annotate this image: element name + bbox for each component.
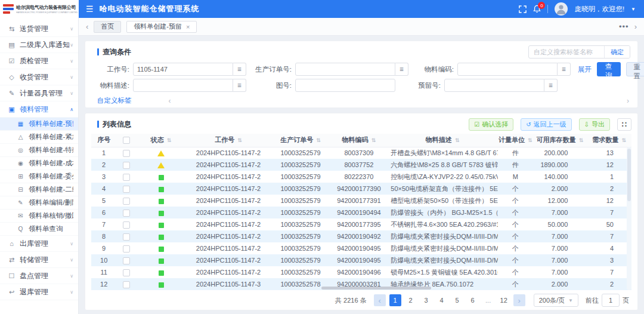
sidebar-item-sub[interactable]: △领料单创建-紧急 — [0, 131, 78, 144]
tab-close-icon[interactable]: × — [186, 23, 190, 30]
field-tag-icon[interactable]: ≣ — [544, 79, 558, 92]
search-button[interactable]: 查询 — [597, 62, 621, 76]
column-header[interactable]: 状态 ⇅ — [136, 134, 187, 147]
table-row[interactable]: 112024HPC1105-1147-210003252579942000190… — [91, 266, 631, 278]
vertical-scrollbar[interactable] — [627, 147, 631, 290]
sort-icon[interactable]: ⇅ — [371, 137, 376, 143]
table-row[interactable]: 42024HPC1105-1147-2100032525799420001773… — [91, 183, 631, 195]
sidebar-item-sub[interactable]: ◎领料单创建-特殊项目 — [0, 144, 78, 157]
custom-tag-name-input[interactable] — [529, 48, 604, 56]
sidebar-item-group[interactable]: ☐盘点管理∨ — [0, 268, 78, 284]
sidebar-item-sub[interactable]: Q领料单查询 — [0, 223, 78, 236]
vertical-scrollbar-thumb[interactable] — [627, 149, 631, 201]
sidebar-item-sub[interactable]: ◉领料单创建-成本中心 — [0, 157, 78, 170]
table-row[interactable]: 92024HPC1105-1147-2100032525799420001904… — [91, 242, 631, 254]
page-button[interactable]: 5 — [451, 294, 463, 306]
sort-icon[interactable]: ⇅ — [528, 137, 532, 143]
table-row[interactable]: 22024HPC1105-1147-21000325257980037752六角… — [91, 159, 631, 171]
sort-icon[interactable]: ⇅ — [579, 137, 584, 143]
sort-icon[interactable]: ⇅ — [621, 137, 626, 143]
row-checkbox[interactable] — [123, 257, 130, 264]
row-checkbox[interactable] — [123, 233, 130, 241]
field-tag-icon[interactable]: ≣ — [233, 63, 246, 76]
tabs-scroll-right-icon[interactable]: › — [634, 22, 637, 31]
reset-button[interactable]: 重置 — [626, 62, 644, 76]
column-header[interactable]: 工作号 ⇅ — [186, 134, 270, 147]
user-menu-caret-icon[interactable]: ▼ — [631, 7, 636, 12]
confirm-tag-button[interactable]: 确定 — [604, 46, 630, 58]
column-header[interactable]: 计量单位 ⇅ — [498, 134, 533, 147]
material-desc-input[interactable] — [133, 79, 233, 92]
tags-scroll-left-icon[interactable]: ‹ — [169, 97, 171, 105]
table-row[interactable]: 82024HPC1105-1147-2100032525799420001904… — [91, 230, 631, 242]
sidebar-item-group[interactable]: ▤二级库入库通知单∨ — [0, 37, 78, 53]
export-button[interactable]: ⇩导出 — [579, 118, 610, 131]
reserve-no-input[interactable] — [444, 79, 544, 92]
row-checkbox[interactable] — [123, 162, 130, 169]
confirm-select-button[interactable]: ☑确认选择 — [469, 118, 513, 131]
tab-active[interactable]: 领料单创建-预留 × — [126, 21, 197, 33]
custom-tag-link[interactable]: 自定义标签 — [97, 96, 132, 105]
page-button[interactable]: 12 — [498, 294, 510, 306]
page-button[interactable]: 1 — [389, 294, 401, 306]
next-page-button[interactable]: › — [513, 294, 525, 306]
pagination-ellipsis[interactable]: ... — [482, 294, 494, 306]
tags-scroll-right-icon[interactable]: › — [627, 97, 629, 105]
row-checkbox[interactable] — [123, 174, 130, 181]
sidebar-item-group[interactable]: ⇆送货管理∨ — [0, 21, 78, 37]
row-checkbox[interactable] — [123, 210, 130, 217]
goto-page-input[interactable] — [602, 294, 620, 307]
table-row[interactable]: 102024HPC1105-1147-210003252579942000190… — [91, 254, 631, 266]
row-checkbox[interactable] — [123, 198, 130, 205]
field-tag-icon[interactable]: ≣ — [233, 79, 246, 92]
column-settings-button[interactable]: ∷ — [617, 118, 631, 131]
row-checkbox[interactable] — [123, 150, 130, 157]
row-checkbox[interactable] — [123, 221, 130, 229]
sidebar-item-group[interactable]: ⇄转储管理∨ — [0, 252, 78, 268]
back-button[interactable]: ↺返回上一级 — [521, 118, 571, 131]
sidebar-item-sub[interactable]: ✉领料单核销/撤回 — [0, 210, 78, 223]
row-checkbox[interactable] — [123, 281, 130, 288]
table-row[interactable]: 72024HPC1105-1147-2100032525799420001773… — [91, 218, 631, 230]
sidebar-item-group[interactable]: ↩退库管理∨ — [0, 284, 78, 300]
table-row[interactable]: 62024HPC1105-1147-2100032525799420001904… — [91, 207, 631, 218]
field-tag-icon[interactable]: ≣ — [558, 63, 571, 76]
sort-icon[interactable]: ⇅ — [455, 137, 460, 143]
sidebar-item-group[interactable]: ▣领料管理∧ — [0, 101, 78, 118]
field-tag-icon[interactable]: ≣ — [395, 63, 408, 76]
sidebar-item-sub[interactable]: ⊞领料单创建-委外组件 — [0, 170, 78, 183]
avatar[interactable] — [555, 2, 568, 16]
sidebar-item-group[interactable]: ✎计量器具管理∨ — [0, 85, 78, 101]
sidebar-item-group[interactable]: ⌂出库管理∨ — [0, 236, 78, 252]
row-checkbox[interactable] — [123, 186, 130, 193]
drawing-no-input[interactable] — [295, 79, 395, 92]
sort-icon[interactable]: ⇅ — [316, 137, 321, 143]
table-row[interactable]: 12024HPC1105-1147-21000325257980037309开槽… — [91, 147, 631, 159]
tabs-scroll-left-icon[interactable]: ‹ — [86, 22, 88, 31]
tabs-more-icon[interactable]: ••• — [619, 22, 629, 31]
production-order-input[interactable] — [295, 63, 395, 76]
column-header[interactable]: 物料描述 ⇅ — [387, 134, 498, 147]
work-no-input[interactable] — [133, 63, 233, 76]
material-code-input[interactable] — [457, 63, 558, 76]
page-button[interactable]: 4 — [436, 294, 448, 306]
column-header[interactable]: 生产订单号 ⇅ — [271, 134, 331, 147]
sort-icon[interactable]: ⇅ — [167, 137, 172, 143]
fullscreen-icon[interactable] — [519, 5, 527, 13]
sidebar-item-sub[interactable]: ⊟领料单创建-二级库 — [0, 183, 78, 196]
sidebar-item-group[interactable]: ☑质检管理∨ — [0, 53, 78, 69]
expand-link[interactable]: 展开 — [578, 65, 592, 74]
column-header[interactable]: 物料编码 ⇅ — [331, 134, 388, 147]
page-button[interactable]: 3 — [420, 294, 432, 306]
column-header[interactable]: 需求数量 ⇅ — [587, 134, 631, 147]
tab-home[interactable]: 首页 — [94, 21, 121, 33]
column-header[interactable]: 可用库存数量 ⇅ — [532, 134, 587, 147]
page-button[interactable]: 6 — [467, 294, 479, 306]
sidebar-item-sub[interactable]: ✎领料单编辑/删除 — [0, 196, 78, 210]
sidebar-item-sub[interactable]: ▦领料单创建-预留 — [0, 118, 78, 131]
page-button[interactable]: 2 — [405, 294, 417, 306]
page-size-select[interactable]: 200条/页▼ — [534, 294, 578, 307]
row-checkbox[interactable] — [123, 245, 130, 253]
menu-collapse-icon[interactable]: ☰ — [86, 4, 94, 14]
row-checkbox[interactable] — [123, 269, 130, 276]
